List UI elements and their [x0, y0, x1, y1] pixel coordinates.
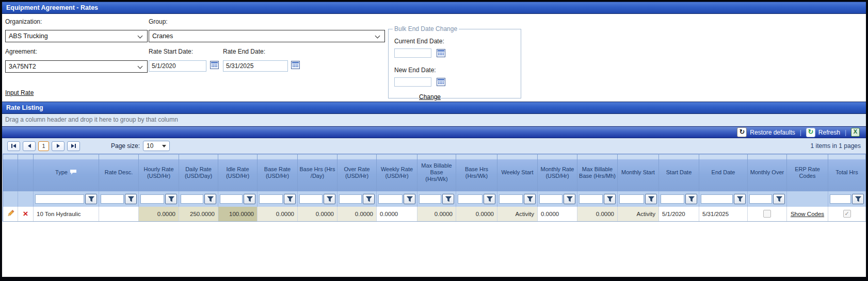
export-excel-icon[interactable]: X [851, 128, 860, 137]
show-codes-link[interactable]: Show Codes [791, 211, 824, 217]
filter-button-base-hrs-wk[interactable] [484, 194, 495, 204]
filter-input-max-billable-base-mh[interactable] [579, 194, 603, 204]
filter-input-base-hrs[interactable] [299, 194, 323, 204]
filter-button-base-rate[interactable] [284, 194, 296, 204]
page-size-select[interactable]: 10 [143, 141, 170, 151]
group-drop-zone[interactable]: Drag a column header and drop it here to… [2, 114, 866, 126]
column-header-hourly-rate[interactable]: Hourly Rate (USD/Hr) [139, 154, 179, 191]
column-header-erp-rate-codes[interactable]: ERP Rate Codes [787, 154, 828, 191]
rate-start-calendar-icon[interactable] [210, 61, 219, 70]
column-header-base-hrs[interactable]: Base Hrs (Hrs /Day) [298, 154, 337, 191]
filter-input-monthly-over[interactable] [749, 194, 772, 204]
filter-input-base-hrs-wk[interactable] [458, 194, 483, 204]
rate-start-date-label: Rate Start Date: [149, 48, 193, 55]
pager-prev-button[interactable] [23, 141, 36, 151]
restore-defaults-button[interactable]: Restore defaults [750, 129, 795, 136]
column-header-total-hrs[interactable]: Total Hrs [828, 154, 866, 191]
filter-button-over-rate[interactable] [363, 194, 375, 204]
pager-page-1-button[interactable]: 1 [38, 141, 49, 151]
filter-button-weekly-start[interactable] [524, 194, 536, 204]
filter-input-monthly-start[interactable] [619, 194, 644, 204]
filter-button-base-hrs[interactable] [324, 194, 335, 204]
cell-type: 10 Ton Hydraulic [34, 207, 99, 222]
current-end-date-input[interactable] [394, 48, 431, 58]
rate-end-calendar-icon[interactable] [291, 61, 300, 70]
restore-defaults-icon[interactable]: ↻ [737, 127, 747, 137]
filter-input-monthly-rate[interactable] [539, 194, 562, 204]
filter-input-start-date[interactable] [661, 194, 684, 204]
filter-input-hourly-rate[interactable] [140, 194, 164, 204]
filter-button-end-date[interactable] [734, 194, 746, 204]
refresh-button[interactable]: Refresh [818, 129, 840, 136]
grid-header-row: TypeRate Desc.Hourly Rate (USD/Hr)Daily … [3, 154, 866, 191]
page-size-label: Page size: [111, 142, 140, 150]
cell-monthly-over [748, 207, 787, 222]
filter-button-idle-rate[interactable] [244, 194, 255, 204]
filter-input-total-hrs[interactable] [830, 194, 851, 204]
column-header-idle-rate[interactable]: Idle Rate (USD/Hr) [218, 154, 258, 191]
cell-max-billable-base-wk: 0.0000 [417, 207, 456, 222]
monthly-over-checkbox[interactable] [763, 210, 771, 218]
filter-button-total-hrs[interactable] [852, 194, 864, 204]
cell-max-billable-base-mh: 0.0000 [577, 207, 618, 222]
column-header-rate-desc[interactable]: Rate Desc. [99, 154, 139, 191]
current-end-calendar-icon[interactable] [436, 49, 446, 58]
organization-select[interactable]: ABS Trucking [5, 30, 148, 42]
filter-button-start-date[interactable] [685, 194, 697, 204]
pager-last-button[interactable] [67, 141, 80, 151]
column-header-monthly-start[interactable]: Monthly Start [618, 154, 659, 191]
delete-row-icon[interactable]: × [23, 209, 28, 219]
column-header-monthly-over[interactable]: Monthly Over [748, 154, 787, 191]
filter-input-max-billable-base-wk[interactable] [419, 194, 441, 204]
column-header-type[interactable]: Type [34, 154, 99, 191]
filter-button-max-billable-base-mh[interactable] [604, 194, 616, 204]
total-hrs-checkbox[interactable] [843, 210, 851, 218]
filter-button-daily-rate[interactable] [204, 194, 216, 204]
filter-input-base-rate[interactable] [259, 194, 283, 204]
column-header-start-date[interactable]: Start Date [659, 154, 699, 191]
column-header-base-hrs-wk[interactable]: Base Hrs (Hrs/Wk) [456, 154, 497, 191]
filter-input-idle-rate[interactable] [220, 194, 243, 204]
input-rate-link[interactable]: Input Rate [5, 89, 34, 96]
column-header-over-rate[interactable]: Over Rate (USD/Hr) [337, 154, 377, 191]
rate-end-date-input[interactable] [223, 60, 288, 72]
column-header-end-date[interactable]: End Date [699, 154, 748, 191]
group-select[interactable]: Cranes [149, 30, 385, 42]
agreement-select[interactable]: 3A75NT2 [5, 60, 148, 73]
filter-button-weekly-rate[interactable] [404, 194, 415, 204]
filter-input-rate-desc[interactable] [101, 194, 124, 204]
filter-button-type[interactable] [85, 194, 97, 204]
filter-input-end-date[interactable] [701, 194, 733, 204]
new-end-calendar-icon[interactable] [436, 78, 446, 87]
filter-button-hourly-rate[interactable] [165, 194, 177, 204]
filter-input-daily-rate[interactable] [181, 194, 203, 204]
filter-button-monthly-over[interactable] [773, 194, 785, 204]
pager-next-button[interactable] [52, 141, 65, 151]
refresh-icon[interactable]: ↻ [806, 128, 815, 137]
column-header-max-billable-base-wk[interactable]: Max Billable Base (Hrs/Wk) [417, 154, 456, 191]
filter-cell-monthly-start [618, 191, 659, 207]
column-header-monthly-rate[interactable]: Monthly Rate (USD/Hr) [538, 154, 577, 191]
filter-button-max-billable-base-wk[interactable] [442, 194, 454, 204]
column-header-daily-rate[interactable]: Daily Rate (USD/Day) [179, 154, 218, 191]
filter-input-over-rate[interactable] [339, 194, 362, 204]
column-header-base-rate[interactable]: Base Rate (USD/Hr) [258, 154, 298, 191]
edit-row-icon[interactable] [6, 209, 15, 219]
rate-start-date-input[interactable] [149, 60, 206, 72]
filter-button-rate-desc[interactable] [125, 194, 137, 204]
change-link[interactable]: Change [409, 93, 451, 101]
filter-input-weekly-start[interactable] [499, 194, 523, 204]
pager-first-button[interactable] [7, 141, 20, 151]
new-end-date-input[interactable] [394, 77, 431, 87]
column-header-weekly-rate[interactable]: Weekly Rate (USD/Hr) [377, 154, 417, 191]
filter-button-monthly-rate[interactable] [564, 194, 575, 204]
column-header-edit-action [3, 154, 18, 191]
filter-button-monthly-start[interactable] [645, 194, 657, 204]
column-header-weekly-start[interactable]: Weekly Start [497, 154, 538, 191]
column-header-max-billable-base-mh[interactable]: Max Billable Base (Hrs/Mh) [577, 154, 618, 191]
filter-input-weekly-rate[interactable] [378, 194, 403, 204]
filter-input-type[interactable] [35, 194, 84, 204]
rate-listing-titlebar: Rate Listing [2, 102, 866, 114]
bulk-end-date-panel: Bulk End Date Change Current End Date: N… [388, 25, 521, 98]
filter-cell-base-rate [258, 191, 298, 207]
